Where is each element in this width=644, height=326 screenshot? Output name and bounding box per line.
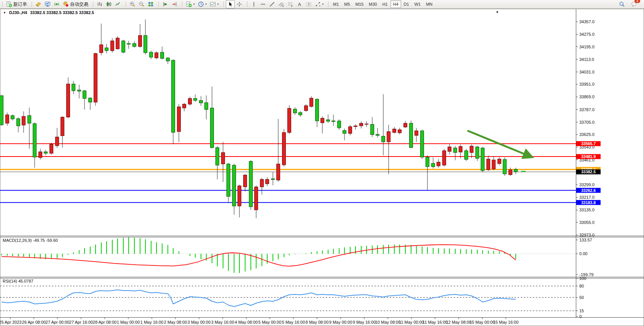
candle-body	[503, 160, 507, 174]
candle-body	[343, 131, 346, 134]
horizontal-line-button[interactable]	[258, 0, 268, 8]
candle-body	[514, 169, 518, 172]
trendline-button[interactable]	[268, 0, 277, 8]
autotrading-button[interactable]: 自动交易	[61, 0, 90, 8]
price-tick-label: 34357.0	[579, 19, 595, 24]
candle-body	[44, 152, 48, 153]
indicators-icon	[186, 1, 192, 7]
candle-body	[233, 165, 236, 206]
indicators-button-caret-icon[interactable]: ▾	[193, 3, 195, 6]
timeframe-mn-button[interactable]: MN	[423, 0, 435, 8]
strategy-tester-button[interactable]	[52, 0, 61, 8]
search-button[interactable]	[617, 0, 626, 8]
timeframe-m1-button[interactable]: M1	[330, 0, 341, 8]
cursor-button[interactable]	[226, 0, 235, 8]
candle-body	[393, 129, 396, 133]
candle-body	[56, 137, 59, 146]
autoscroll-icon	[162, 1, 168, 7]
autotrading-button-label: 自动交易	[70, 1, 88, 8]
cursor-icon	[227, 1, 233, 7]
candle-body	[338, 121, 341, 128]
candle-body	[487, 159, 490, 170]
time-label: 15 May 00:00	[470, 320, 495, 324]
candle-body	[371, 124, 374, 134]
new-order-button[interactable]: 新订单	[5, 0, 29, 8]
crosshair-button[interactable]	[235, 0, 244, 8]
rsi-indicator-label: RSI(14) 45.0787	[3, 279, 33, 283]
zoom-out-button[interactable]	[137, 0, 146, 8]
fibonacci-button[interactable]: F	[286, 0, 295, 8]
candle-body	[459, 146, 462, 152]
bar-chart-button[interactable]	[95, 0, 104, 8]
periods-button-caret-icon[interactable]: ▾	[206, 3, 207, 6]
arrows-button-caret-icon[interactable]: ▾	[322, 3, 324, 6]
price-level-badge-label: 33565.7	[581, 141, 596, 146]
timeframe-h4-button[interactable]: H4	[391, 0, 401, 8]
chart-shift-button[interactable]	[170, 0, 179, 8]
chart-canvas[interactable]: 34357.034275.034195.034113.034031.033951…	[0, 9, 644, 326]
time-label: 1 May 16:00	[140, 320, 164, 324]
notifications-button[interactable]: 1	[630, 0, 639, 8]
templates-button-caret-icon[interactable]: ▾	[217, 3, 219, 6]
arrows-button[interactable]: ✦▾	[313, 0, 325, 8]
time-label: 27 Apr 00:00	[46, 320, 69, 324]
data-window-button[interactable]	[43, 0, 52, 8]
candle-body	[421, 131, 424, 157]
equidistant-channel-button[interactable]: E	[277, 0, 286, 8]
candle-body	[33, 123, 37, 157]
line-chart-button[interactable]	[113, 0, 123, 8]
candle-body	[94, 53, 97, 102]
candle-body	[277, 164, 280, 180]
periods-button[interactable]: ▾	[196, 0, 209, 8]
candle-body	[100, 45, 103, 53]
text-button[interactable]: A	[295, 0, 304, 8]
candle-body	[260, 179, 264, 187]
price-tick-label: 33787.0	[579, 107, 595, 112]
tile-windows-button[interactable]	[146, 0, 155, 8]
candle-body	[227, 164, 230, 196]
zoomin-icon	[129, 1, 135, 7]
chart-symbol-period: DJ30-,H4	[9, 10, 27, 15]
macd-tick-label: 0.00	[579, 251, 587, 256]
tile-icon	[148, 1, 154, 7]
timeframe-m30-button[interactable]: M30	[366, 0, 379, 8]
time-label: 9 May 16:00	[353, 320, 376, 324]
timeframe-d1-button[interactable]: D1	[401, 0, 412, 8]
candle-body	[28, 115, 31, 123]
chart-window: ▼ DJ30-,H4 33382.5 33382.5 33382.5 33382…	[0, 9, 644, 326]
vertical-line-button[interactable]	[249, 0, 258, 8]
candle-body	[448, 147, 451, 152]
timeframe-m5-button[interactable]: M5	[341, 0, 352, 8]
clock-icon	[198, 1, 204, 7]
candle-body	[188, 99, 192, 104]
candle-body	[382, 136, 385, 142]
chart-scroll-marker-icon[interactable]: ▼	[496, 10, 499, 14]
candlestick-chart-button[interactable]	[104, 0, 113, 8]
time-label: 27 Apr 16:00	[69, 320, 93, 324]
candle-body	[365, 124, 368, 124]
templates-button[interactable]: ▾	[208, 0, 220, 8]
indicators-button[interactable]: ▾	[184, 0, 196, 8]
candle-body	[465, 151, 468, 160]
rsi-tick-label: 80	[579, 284, 584, 288]
timeframe-m15-button[interactable]: M15	[353, 0, 366, 8]
market-watch-button[interactable]	[34, 0, 43, 8]
timeframe-w1-button[interactable]: W1	[412, 0, 424, 8]
time-label: 8 May 08:00	[306, 320, 329, 324]
svg-text:T: T	[308, 3, 310, 6]
symbol-dropdown-icon[interactable]: ▼	[3, 11, 6, 14]
time-label: 9 May 00:00	[329, 320, 352, 324]
candle-body	[354, 126, 357, 127]
text-label-button[interactable]: T	[304, 0, 313, 8]
timeframe-h1-button[interactable]: H1	[379, 0, 390, 8]
price-tick-label: 34195.0	[579, 45, 595, 49]
zoom-in-button[interactable]	[128, 0, 137, 8]
price-tick-label: 33625.0	[579, 132, 595, 137]
candle-body	[194, 99, 197, 101]
candle-body	[161, 52, 164, 58]
price-level-badge-label: 33382.5	[581, 169, 596, 174]
candle-body	[22, 116, 26, 125]
candle-body	[105, 48, 108, 51]
auto-scroll-button[interactable]	[161, 0, 170, 8]
candle-body	[509, 170, 512, 175]
